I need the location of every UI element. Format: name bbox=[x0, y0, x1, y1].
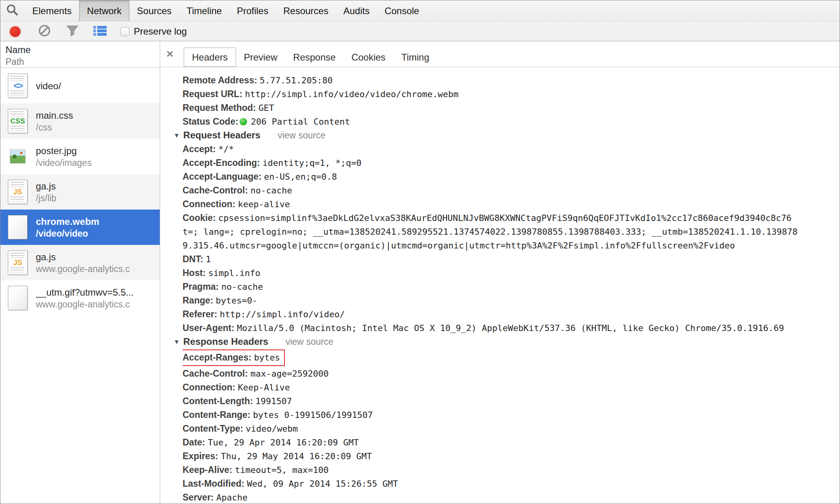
header-key: Referer: bbox=[183, 309, 217, 319]
header-key: Accept: bbox=[183, 144, 216, 154]
magnifier-icon bbox=[6, 3, 20, 19]
header-line-accept-language: Accept-Language: en-US,en;q=0.8 bbox=[183, 170, 840, 184]
header-key: Range: bbox=[183, 295, 213, 305]
header-key: Keep-Alive: bbox=[183, 465, 233, 475]
header-line-date: Date: Tue, 29 Apr 2014 16:20:09 GMT bbox=[183, 436, 840, 449]
clear-button[interactable] bbox=[38, 24, 51, 39]
header-line-cookie-continued: 9.315.46.utmcsr=google|utmccn=(organic)|… bbox=[183, 239, 840, 252]
request-name: video/ bbox=[36, 80, 61, 92]
request-row-main-css[interactable]: CSSmain.css/css bbox=[0, 103, 160, 139]
request-row-text: ga.js/js/lib bbox=[36, 180, 56, 204]
file-icon-label: <> bbox=[13, 80, 22, 91]
section-request-headers: ▼Request Headersview source bbox=[174, 129, 840, 142]
header-key: Status Code: bbox=[183, 116, 238, 127]
tab-audits[interactable]: Audits bbox=[336, 0, 377, 21]
tab-preview[interactable]: Preview bbox=[236, 48, 285, 67]
image-thumbnail-icon bbox=[10, 149, 26, 164]
header-key: Request URL: bbox=[183, 89, 242, 99]
header-line-cookie: Cookie: cpsession=simplinf%3aeDkLdG2elvx… bbox=[183, 211, 840, 225]
tab-profiles[interactable]: Profiles bbox=[229, 0, 276, 21]
header-key: Expires: bbox=[183, 451, 218, 461]
request-row-video[interactable]: <>video/ bbox=[0, 68, 160, 103]
header-line-content-length: Content-Length: 1991507 bbox=[183, 394, 840, 408]
request-row-text: video/ bbox=[36, 80, 61, 92]
request-path: /video/images bbox=[36, 157, 92, 169]
header-key: Cache-Control: bbox=[183, 185, 248, 195]
header-value: bytes=0- bbox=[216, 296, 257, 305]
tab-sources[interactable]: Sources bbox=[129, 0, 179, 21]
header-line-host: Host: simpl.info bbox=[183, 266, 840, 280]
tab-network[interactable]: Network bbox=[79, 0, 129, 21]
section-response-headers: ▼Response Headersview source bbox=[174, 335, 840, 349]
preserve-log-checkbox[interactable] bbox=[120, 27, 129, 36]
highlight-box: Accept-Ranges: bytes bbox=[183, 349, 285, 366]
header-key: Host: bbox=[183, 268, 206, 278]
header-line-referer: Referer: http://simpl.info/video/ bbox=[183, 307, 840, 321]
preserve-log-label: Preserve log bbox=[134, 26, 187, 37]
requests-list: <>video/CSSmain.css/cssposter.jpg/video/… bbox=[0, 68, 160, 316]
file-icon-box: JS bbox=[7, 179, 28, 204]
request-name: ga.js bbox=[36, 180, 56, 192]
request-row-poster-jpg[interactable]: poster.jpg/video/images bbox=[0, 139, 160, 174]
request-row-chrome-webm[interactable]: chrome.webm/video/video bbox=[0, 210, 160, 245]
view-source-link[interactable]: view source bbox=[286, 337, 333, 347]
header-line-accept-ranges: Accept-Ranges: bytes bbox=[183, 349, 840, 367]
request-row-utm-gif-utmwv-5-5[interactable]: __utm.gif?utmwv=5.5...www.google-analyti… bbox=[0, 280, 160, 316]
file-icon-label: JS bbox=[13, 259, 22, 267]
tab-resources[interactable]: Resources bbox=[276, 0, 336, 21]
requests-column-header[interactable]: Name Path bbox=[0, 42, 160, 68]
header-value: no-cache bbox=[251, 186, 292, 195]
tab-console[interactable]: Console bbox=[377, 0, 426, 21]
css-file-icon: CSS bbox=[8, 109, 28, 133]
header-line-status-code: Status Code:206 Partial Content bbox=[183, 115, 840, 129]
header-key: DNT: bbox=[183, 254, 203, 264]
request-path: www.google-analytics.c bbox=[36, 263, 130, 275]
header-line-accept-encoding: Accept-Encoding: identity;q=1, *;q=0 bbox=[183, 156, 840, 170]
section-title[interactable]: Response Headers bbox=[183, 336, 268, 347]
inspect-search-button[interactable] bbox=[0, 0, 25, 21]
request-row-text: __utm.gif?utmwv=5.5...www.google-analyti… bbox=[36, 286, 134, 310]
header-line-dnt: DNT: 1 bbox=[183, 252, 840, 266]
header-line-range: Range: bytes=0- bbox=[183, 294, 840, 307]
header-value: 1 bbox=[206, 254, 211, 264]
header-value: simpl.info bbox=[208, 268, 260, 278]
header-line-request-url: Request URL: http://simpl.info/video/vid… bbox=[183, 87, 840, 101]
request-row-ga-js[interactable]: JSga.js/js/lib bbox=[0, 174, 160, 210]
record-icon bbox=[10, 26, 20, 37]
request-path: /js/lib bbox=[36, 192, 56, 204]
view-source-link[interactable]: view source bbox=[278, 130, 325, 140]
request-row-text: main.css/css bbox=[36, 109, 73, 133]
tab-cookies[interactable]: Cookies bbox=[343, 48, 393, 67]
js-file-icon: JS bbox=[8, 180, 28, 204]
plain-file-icon bbox=[8, 286, 28, 310]
timeline-view-button[interactable] bbox=[93, 25, 107, 38]
header-value: */* bbox=[218, 144, 234, 154]
header-key: Connection: bbox=[183, 199, 235, 209]
tab-timeline[interactable]: Timeline bbox=[179, 0, 229, 21]
funnel-icon bbox=[66, 24, 79, 39]
chevron-down-icon[interactable]: ▼ bbox=[174, 338, 180, 345]
header-value: 9.315.46.utmcsr=google|utmccn=(organic)|… bbox=[183, 241, 735, 250]
close-icon[interactable]: × bbox=[166, 48, 174, 60]
request-row-text: chrome.webm/video/video bbox=[36, 215, 99, 239]
list-view-icon bbox=[93, 25, 107, 38]
js-file-icon: JS bbox=[8, 250, 28, 275]
section-title[interactable]: Request Headers bbox=[183, 130, 260, 140]
devtools-tabbar: ElementsNetworkSourcesTimelineProfilesRe… bbox=[0, 0, 840, 22]
file-icon-label: CSS bbox=[10, 117, 25, 125]
header-value: Tue, 29 Apr 2014 16:20:09 GMT bbox=[208, 438, 359, 447]
header-key: Server: bbox=[183, 492, 214, 502]
header-value: Wed, 09 Apr 2014 15:26:55 GMT bbox=[247, 479, 398, 489]
tab-timing[interactable]: Timing bbox=[393, 48, 437, 67]
header-line-user-agent: User-Agent: Mozilla/5.0 (Macintosh; Inte… bbox=[183, 321, 840, 335]
filter-button[interactable] bbox=[66, 24, 79, 39]
record-button[interactable] bbox=[0, 26, 20, 37]
chevron-down-icon[interactable]: ▼ bbox=[174, 132, 180, 139]
header-line-keep-alive: Keep-Alive: timeout=5, max=100 bbox=[183, 463, 840, 477]
request-row-ga-js[interactable]: JSga.jswww.google-analytics.c bbox=[0, 245, 160, 280]
header-value: cpsession=simplinf%3aeDkLdG2elvxaS38KAur… bbox=[218, 213, 792, 223]
tab-response[interactable]: Response bbox=[285, 48, 343, 67]
tab-elements[interactable]: Elements bbox=[25, 0, 79, 21]
tab-headers[interactable]: Headers bbox=[184, 48, 236, 67]
request-detail-tabbar: × HeadersPreviewResponseCookiesTiming bbox=[160, 42, 840, 67]
